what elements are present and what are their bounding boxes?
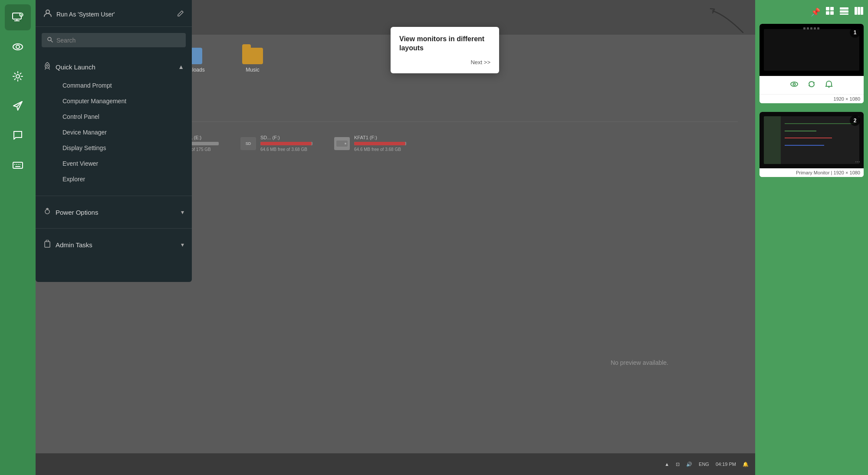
search-input[interactable]: [56, 37, 181, 44]
sidebar-icon-eye[interactable]: [5, 34, 31, 60]
svg-point-6: [16, 45, 20, 49]
drive-kfat[interactable]: KFAT1 (F:) 64.6 MB free of 3.68 GB: [334, 135, 406, 152]
svg-rect-30: [861, 7, 863, 15]
sidebar-icon-settings[interactable]: [5, 63, 31, 89]
taskbar-notification[interactable]: 🔔: [743, 462, 749, 467]
taskbar: ▲ ⊡ 🔊 ENG 04:19 PM 🔔: [36, 453, 755, 475]
drive-sub-kfat: 64.6 MB free of 3.68 GB: [354, 147, 406, 152]
sidebar-icon-keyboard[interactable]: [5, 152, 31, 178]
sidebar-icon-remote[interactable]: ↺: [5, 4, 31, 30]
quick-launch-header[interactable]: Quick Launch ▲: [36, 58, 192, 76]
monitor-badge-2: 2: [850, 115, 860, 126]
edit-icon[interactable]: [177, 10, 184, 19]
column-layout-icon[interactable]: [854, 7, 864, 17]
menu-item-command-prompt[interactable]: Command Prompt: [55, 78, 192, 93]
no-preview-text: No preview available.: [611, 359, 668, 366]
folder-icon-music: [242, 48, 263, 64]
drive-label-sd: SD... (F:): [260, 135, 312, 140]
monitor-view-icon[interactable]: [790, 80, 799, 91]
menu-user: Run As 'System User': [43, 9, 115, 20]
quick-launch-items: Command Prompt Computer Management Contr…: [36, 76, 192, 189]
menu-item-event-viewer[interactable]: Event Viewer: [55, 156, 192, 171]
monitor-actions-1: [760, 76, 864, 94]
svg-point-37: [46, 65, 48, 66]
callout-title: View monitors in different layouts: [399, 35, 490, 53]
svg-point-20: [345, 143, 346, 144]
menu-item-display-settings[interactable]: Display Settings: [55, 140, 192, 156]
svg-rect-21: [826, 7, 829, 10]
menu-header: Run As 'System User': [36, 0, 192, 27]
callout-arrow-svg: [708, 7, 752, 37]
drive-bar-container-sd: [260, 142, 312, 145]
monitor-primary-label: Primary Monitor | 1920 × 1080: [760, 168, 864, 177]
svg-rect-28: [855, 7, 857, 15]
quick-launch-menu: Run As 'System User' Quick Launch ▲ Comm…: [36, 0, 192, 282]
drive-sub-sd: 64.6 MB free of 3.68 GB: [260, 147, 312, 152]
menu-section-admin-tasks: Admin Tasks ▾: [36, 231, 192, 258]
svg-rect-23: [826, 11, 829, 15]
power-icon: [43, 207, 51, 217]
monitor-menu-dots[interactable]: ···: [855, 158, 860, 165]
search-bar[interactable]: [42, 33, 186, 47]
callout-tooltip: View monitors in different layouts Next …: [391, 27, 499, 73]
taskbar-volume-icon[interactable]: 🔊: [686, 462, 692, 467]
monitor-screen-1: 1: [760, 24, 864, 76]
drive-info-sd: SD... (F:) 64.6 MB free of 3.68 GB: [260, 135, 312, 152]
drive-bar-kfat: [354, 142, 405, 145]
menu-item-explorer[interactable]: Explorer: [55, 171, 192, 187]
menu-item-computer-management[interactable]: Computer Management: [55, 93, 192, 109]
folder-label-music: Music: [246, 67, 259, 73]
admin-tasks-label: Admin Tasks: [56, 241, 92, 249]
monitor-display-1: [764, 29, 860, 71]
menu-item-device-manager[interactable]: Device Manager: [55, 124, 192, 140]
menu-item-control-panel[interactable]: Control Panel: [55, 109, 192, 124]
preview-main-2: [781, 116, 859, 164]
monitor-screen-2: 2 ···: [760, 112, 864, 168]
pin-icon[interactable]: 📌: [811, 7, 820, 17]
monitor-card-2: 2 ··· Primary Monitor | 1920 × 1080: [760, 112, 864, 177]
menu-section-power-options: Power Options ▾: [36, 199, 192, 226]
svg-rect-40: [45, 242, 50, 247]
svg-text:↺: ↺: [20, 14, 23, 17]
monitor-badge-1: 1: [850, 27, 860, 38]
taskbar-monitor-icon[interactable]: ⊡: [676, 462, 680, 467]
monitor-dots-1: [803, 27, 820, 29]
rocket-icon: [43, 62, 51, 72]
sidebar-icon-chat[interactable]: [5, 122, 31, 148]
folder-music[interactable]: Music: [235, 48, 270, 73]
left-sidebar: ↺: [0, 0, 36, 475]
sidebar-icon-send[interactable]: [5, 93, 31, 119]
monitor-alert-icon[interactable]: [825, 80, 833, 91]
svg-point-34: [46, 10, 49, 13]
search-icon: [47, 36, 53, 44]
svg-line-36: [51, 40, 53, 42]
admin-tasks-left: Admin Tasks: [43, 240, 92, 249]
power-options-header[interactable]: Power Options ▾: [36, 203, 192, 221]
power-options-chevron: ▾: [181, 209, 184, 216]
callout-next-button[interactable]: Next >>: [399, 59, 490, 66]
svg-rect-9: [13, 162, 23, 168]
drive-bar-container-kfat: [354, 142, 406, 145]
power-options-left: Power Options: [43, 207, 98, 217]
power-options-label: Power Options: [56, 209, 98, 216]
admin-tasks-chevron: ▾: [181, 241, 184, 248]
svg-rect-25: [840, 7, 848, 10]
list-layout-icon[interactable]: [839, 7, 849, 17]
drive-bar-sd: [260, 142, 312, 145]
grid-layout-icon[interactable]: [825, 7, 834, 17]
right-panel: 📌 1: [755, 0, 868, 475]
drive-icon-sd: SD: [240, 137, 256, 150]
svg-point-7: [16, 75, 20, 78]
taskbar-arrow: ▲: [664, 462, 669, 467]
admin-tasks-header[interactable]: Admin Tasks ▾: [36, 236, 192, 254]
svg-rect-27: [840, 13, 848, 15]
drive-sd[interactable]: SD SD... (F:) 64.6 MB free of 3.68 GB: [240, 135, 312, 152]
taskbar-time: 04:19 PM: [716, 462, 736, 467]
svg-rect-24: [830, 11, 834, 15]
monitor-refresh-icon[interactable]: [807, 80, 816, 91]
drive-icon-kfat: [334, 137, 350, 150]
quick-launch-label: Quick Launch: [56, 63, 95, 71]
divider-2: [36, 228, 192, 229]
svg-rect-22: [830, 7, 834, 10]
taskbar-lang: ENG: [699, 462, 709, 467]
